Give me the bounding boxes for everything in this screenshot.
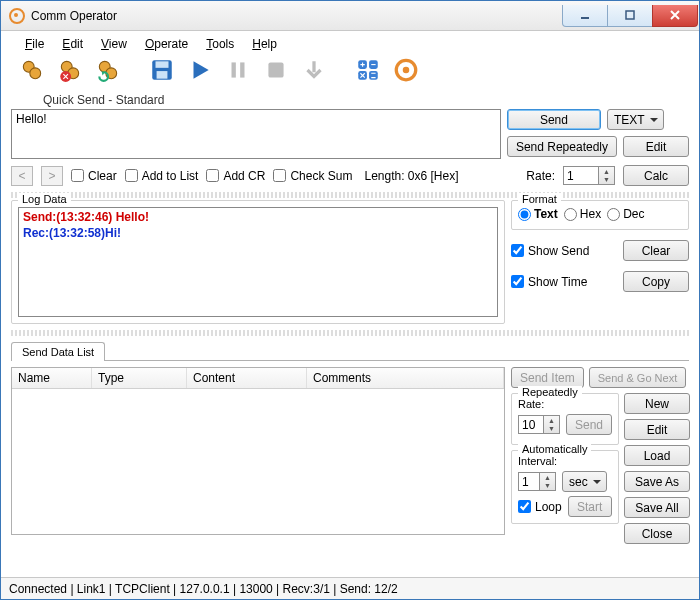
length-label: Length: 0x6 [Hex] [364,169,458,183]
log-legend: Log Data [18,193,71,205]
format-group: Format Text Hex Dec [511,200,689,230]
svg-rect-11 [157,71,168,79]
next-button[interactable]: > [41,166,63,186]
interval-label: Interval: [518,455,612,467]
svg-rect-1 [626,11,634,19]
check-sum-checkbox[interactable]: Check Sum [273,169,352,183]
rate-label: Rate: [526,169,555,183]
toolbar [1,55,699,91]
stop-icon[interactable] [261,55,291,85]
new-button[interactable]: New [624,393,690,414]
show-time-checkbox[interactable]: Show Time [511,275,587,289]
save-all-button[interactable]: Save All [624,497,690,518]
sdl-rate-spinner[interactable]: ▲▼ [518,415,560,434]
link-cancel-icon[interactable] [55,55,85,85]
menu-view[interactable]: View [93,35,135,53]
send-go-next-button[interactable]: Send & Go Next [589,367,687,388]
quick-send-input[interactable] [11,109,501,159]
window-title: Comm Operator [31,9,563,23]
quick-send-title: Quick Send - Standard [1,91,699,109]
text-mode-label: TEXT [614,113,645,127]
edit-button[interactable]: Edit [623,136,689,157]
app-icon [9,8,25,24]
text-mode-dropdown[interactable]: TEXT [607,109,664,130]
log-line-recv: Rec:(13:32:58)Hi! [23,226,493,242]
svg-rect-13 [240,62,244,77]
clear-log-button[interactable]: Clear [623,240,689,261]
send-item-button[interactable]: Send Item [511,367,584,388]
interval-unit-dropdown[interactable]: sec [562,471,607,492]
add-to-list-checkbox[interactable]: Add to List [125,169,199,183]
splitter-2[interactable] [11,330,689,336]
log-data-group: Log Data Send:(13:32:46) Hello! Rec:(13:… [11,200,505,324]
link-icon[interactable] [17,55,47,85]
copy-log-button[interactable]: Copy [623,271,689,292]
svg-rect-18 [369,71,378,80]
pause-icon[interactable] [223,55,253,85]
format-hex-radio[interactable]: Hex [564,207,601,221]
rate-spinner[interactable]: ▲▼ [563,166,615,185]
close-button[interactable] [652,5,698,27]
svg-rect-12 [232,62,236,77]
calc-button[interactable]: Calc [623,165,689,186]
clear-checkbox[interactable]: Clear [71,169,117,183]
send-data-table[interactable]: Name Type Content Comments [11,367,505,535]
target-icon[interactable] [391,55,421,85]
status-bar: Connected | Link1 | TCPClient | 127.0.0.… [1,577,699,599]
col-name[interactable]: Name [12,368,92,388]
col-comments[interactable]: Comments [307,368,504,388]
svg-rect-10 [156,61,169,68]
minimize-button[interactable] [562,5,608,27]
link-refresh-icon[interactable] [93,55,123,85]
loop-checkbox[interactable]: Loop [518,500,562,514]
menu-file[interactable]: File [17,35,52,53]
status-text: Connected | Link1 | TCPClient | 127.0.0.… [9,582,398,596]
format-text-radio[interactable]: Text [518,207,558,221]
close-sdl-button[interactable]: Close [624,523,690,544]
tab-send-data-list[interactable]: Send Data List [11,342,105,361]
log-output[interactable]: Send:(13:32:46) Hello! Rec:(13:32:58)Hi! [18,207,498,317]
menu-help[interactable]: Help [244,35,285,53]
start-button[interactable]: Start [568,496,612,517]
save-icon[interactable] [147,55,177,85]
interval-spinner[interactable]: ▲▼ [518,472,556,491]
svg-point-20 [403,67,410,74]
prev-button[interactable]: < [11,166,33,186]
sdl-send-button[interactable]: Send [566,414,612,435]
col-type[interactable]: Type [92,368,187,388]
add-cr-checkbox[interactable]: Add CR [206,169,265,183]
svg-rect-0 [581,17,589,19]
repeatedly-group: Repeatedly Rate: ▲▼ Send [511,393,619,445]
maximize-button[interactable] [607,5,653,27]
format-legend: Format [518,193,561,205]
menu-operate[interactable]: Operate [137,35,196,53]
menu-bar: File Edit View Operate Tools Help [1,31,699,55]
splitter[interactable] [11,192,689,198]
send-button[interactable]: Send [507,109,601,130]
calculator-icon[interactable] [353,55,383,85]
title-bar: Comm Operator [1,1,699,31]
menu-tools[interactable]: Tools [198,35,242,53]
play-icon[interactable] [185,55,215,85]
format-dec-radio[interactable]: Dec [607,207,644,221]
save-as-button[interactable]: Save As [624,471,690,492]
send-repeatedly-button[interactable]: Send Repeatedly [507,136,617,157]
sdl-edit-button[interactable]: Edit [624,419,690,440]
svg-point-3 [30,68,41,79]
log-line-send: Send:(13:32:46) Hello! [23,210,493,226]
sdl-rate-label: Rate: [518,398,612,410]
svg-rect-14 [268,62,283,77]
automatically-group: Automatically Interval: ▲▼ sec Loop Star… [511,450,619,524]
download-icon[interactable] [299,55,329,85]
load-button[interactable]: Load [624,445,690,466]
show-send-checkbox[interactable]: Show Send [511,244,589,258]
menu-edit[interactable]: Edit [54,35,91,53]
col-content[interactable]: Content [187,368,307,388]
